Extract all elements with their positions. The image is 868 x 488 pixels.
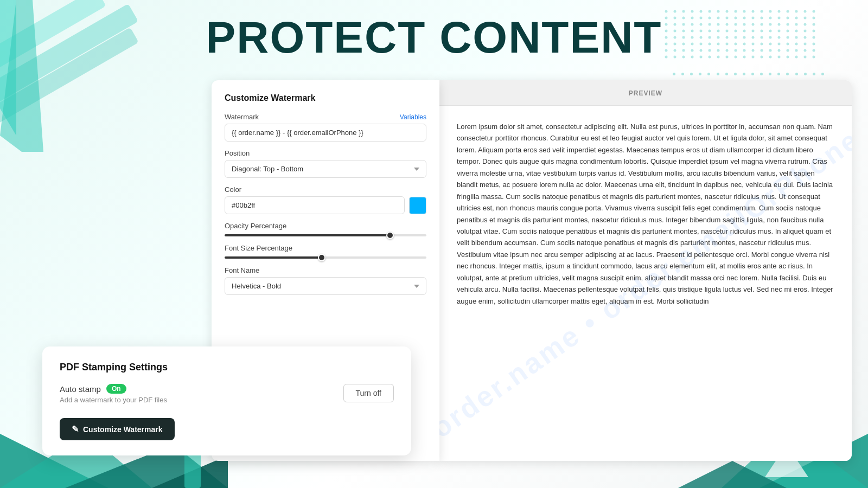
color-input[interactable]	[225, 196, 405, 214]
position-select[interactable]: Diagonal: Top - Bottom	[225, 160, 426, 178]
svg-point-28	[787, 10, 789, 13]
font-name-field-group: Font Name Helvetica - Bold	[225, 266, 426, 295]
preview-panel: PREVIEW Lorem ipsum dolor sit amet, cons…	[439, 80, 852, 461]
svg-point-17	[691, 10, 694, 13]
svg-point-30	[804, 10, 807, 13]
svg-point-16	[682, 10, 685, 13]
font-name-label: Font Name	[225, 266, 259, 274]
preview-text: Lorem ipsum dolor sit amet, consectetur …	[457, 121, 834, 307]
font-name-select[interactable]: Helvetica - Bold	[225, 277, 426, 295]
svg-point-23	[743, 10, 746, 13]
turn-off-button[interactable]: Turn off	[343, 384, 394, 402]
panel-title: Customize Watermark	[225, 93, 426, 103]
svg-point-18	[700, 10, 703, 13]
position-field-group: Position Diagonal: Top - Bottom	[225, 149, 426, 178]
preview-label: PREVIEW	[629, 89, 662, 97]
position-label: Position	[225, 149, 250, 157]
svg-point-22	[735, 10, 737, 13]
preview-content: Lorem ipsum dolor sit amet, consectetur …	[439, 106, 852, 461]
page-title: PROTECT CONTENT	[0, 15, 868, 60]
svg-point-27	[778, 10, 781, 13]
svg-point-21	[726, 10, 729, 13]
on-badge: On	[106, 384, 126, 394]
font-size-slider-group: Font Size Percentage	[225, 244, 426, 259]
color-swatch[interactable]	[409, 197, 426, 214]
opacity-label: Opacity Percentage	[225, 222, 426, 230]
auto-stamp-row: Auto stamp On Add a watermark to your PD…	[60, 384, 394, 404]
customize-icon: ✎	[72, 424, 79, 434]
customize-watermark-label: Customize Watermark	[83, 425, 163, 434]
variables-link[interactable]: Variables	[400, 113, 426, 121]
pdf-settings-title: PDF Stamping Settings	[60, 362, 394, 373]
color-label: Color	[225, 185, 241, 194]
auto-stamp-description: Add a watermark to your PDF files	[60, 396, 167, 404]
watermark-field-group: Watermark Variables	[225, 113, 426, 142]
svg-point-26	[769, 10, 772, 13]
pdf-settings-card: PDF Stamping Settings Auto stamp On Add …	[42, 346, 411, 455]
svg-point-19	[709, 10, 711, 13]
color-field-group: Color	[225, 185, 426, 214]
auto-stamp-label-row: Auto stamp On	[60, 384, 167, 394]
svg-point-29	[795, 10, 798, 13]
auto-stamp-left: Auto stamp On Add a watermark to your PD…	[60, 384, 167, 404]
watermark-label: Watermark	[225, 113, 259, 121]
opacity-track[interactable]	[225, 234, 426, 236]
auto-stamp-label: Auto stamp	[60, 384, 101, 394]
font-size-label: Font Size Percentage	[225, 244, 426, 252]
watermark-input[interactable]	[225, 124, 426, 142]
color-row	[225, 196, 426, 214]
opacity-slider-group: Opacity Percentage	[225, 222, 426, 236]
font-size-track[interactable]	[225, 256, 426, 259]
svg-point-14	[665, 10, 668, 13]
customize-watermark-button[interactable]: ✎ Customize Watermark	[60, 418, 175, 440]
svg-point-20	[717, 10, 720, 13]
svg-point-31	[813, 10, 815, 13]
svg-point-15	[674, 10, 676, 13]
svg-point-25	[761, 10, 763, 13]
svg-point-24	[752, 10, 755, 13]
preview-header: PREVIEW	[439, 80, 852, 106]
